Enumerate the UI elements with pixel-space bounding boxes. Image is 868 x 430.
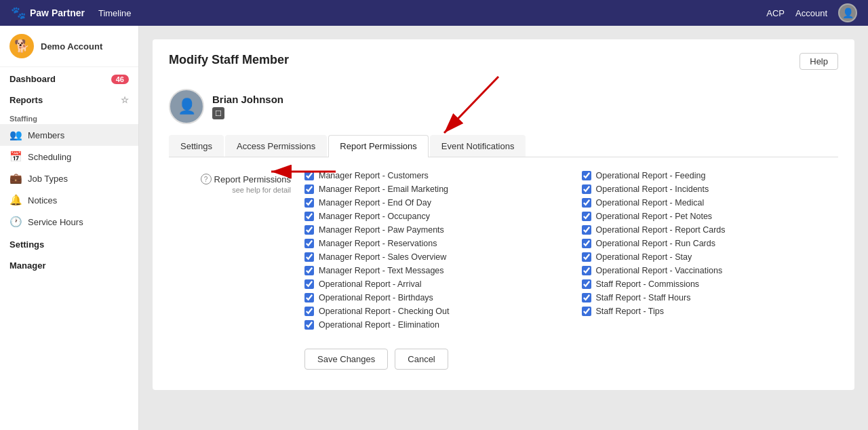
account-name: Demo Account <box>41 41 102 52</box>
checkbox-label: Operational Report - Stay <box>596 252 692 262</box>
checkbox-input[interactable] <box>304 307 314 316</box>
checkbox-item: Manager Report - Occupancy <box>304 212 561 221</box>
sidebar-item-job-types[interactable]: 💼 Job Types <box>0 168 138 189</box>
checkbox-item: Operational Report - Medical <box>582 198 839 208</box>
tab-event-notifications[interactable]: Event Notifications <box>430 135 526 157</box>
checkbox-input[interactable] <box>582 293 591 302</box>
account-link[interactable]: Account <box>795 8 827 18</box>
page-title: Modify Staff Member <box>169 53 289 67</box>
checkbox-input[interactable] <box>582 225 591 235</box>
checkbox-col-2: Operational Report - FeedingOperational … <box>582 171 839 330</box>
tabs-container: Settings Access Permissions Report Permi… <box>169 135 838 157</box>
checkbox-input[interactable] <box>582 212 591 221</box>
checkbox-label: Operational Report - Incidents <box>596 184 709 194</box>
checkbox-input[interactable] <box>304 239 314 248</box>
checkbox-item: Operational Report - Feeding <box>582 171 839 180</box>
report-label-sub: see help for detail <box>232 186 291 194</box>
checkbox-input[interactable] <box>304 225 314 235</box>
sidebar-item-settings[interactable]: Settings <box>0 233 138 254</box>
top-nav-right: ACP Account 👤 <box>766 3 857 22</box>
members-label: Members <box>28 130 64 140</box>
checkbox-item: Operational Report - Incidents <box>582 184 839 194</box>
timeline-link[interactable]: Timeline <box>98 8 132 18</box>
checkbox-label: Operational Report - Vaccinations <box>596 266 723 275</box>
checkbox-label: Manager Report - Paw Payments <box>319 225 444 235</box>
content-area: Modify Staff Member Help 👤 Brian Johnson… <box>139 26 868 430</box>
checkbox-input[interactable] <box>304 279 314 289</box>
checkbox-item: Manager Report - Paw Payments <box>304 225 561 235</box>
cancel-button[interactable]: Cancel <box>395 349 448 370</box>
checkbox-input[interactable] <box>582 171 591 180</box>
checkbox-label: Staff Report - Staff Hours <box>596 293 691 302</box>
content-card: Modify Staff Member Help 👤 Brian Johnson… <box>153 39 854 390</box>
checkbox-item: Operational Report - Report Cards <box>582 225 839 235</box>
save-button[interactable]: Save Changes <box>304 349 388 370</box>
sidebar-item-reports[interactable]: Reports ☆ <box>0 88 138 109</box>
checkbox-item: Manager Report - Reservations <box>304 239 561 248</box>
sidebar-item-scheduling[interactable]: 📅 Scheduling <box>0 146 138 168</box>
notices-label: Notices <box>28 195 57 206</box>
help-button[interactable]: Help <box>800 53 838 70</box>
checkbox-item: Staff Report - Commissions <box>582 279 839 289</box>
checkbox-label: Operational Report - Medical <box>596 198 705 208</box>
tab-settings[interactable]: Settings <box>169 135 224 157</box>
checkbox-label: Operational Report - Checking Out <box>319 307 449 316</box>
checkbox-item: Manager Report - Email Marketing <box>304 184 561 194</box>
tab-report-permissions[interactable]: Report Permissions <box>328 135 428 157</box>
sidebar-item-members[interactable]: 👥 Members <box>0 124 138 146</box>
sidebar: 🐕 Demo Account Dashboard 46 Reports ☆ St… <box>0 26 139 430</box>
checkbox-label: Manager Report - End Of Day <box>319 198 431 208</box>
staff-member-row: 👤 Brian Johnson ☐ <box>169 89 838 124</box>
checkbox-input[interactable] <box>582 198 591 208</box>
checkbox-label: Staff Report - Commissions <box>596 279 700 289</box>
checkbox-input[interactable] <box>304 293 314 302</box>
checkbox-label: Manager Report - Customers <box>319 171 429 180</box>
checkbox-label: Operational Report - Run Cards <box>596 239 715 248</box>
checkbox-input[interactable] <box>582 266 591 275</box>
checkbox-item: Operational Report - Stay <box>582 252 839 262</box>
checkbox-input[interactable] <box>304 212 314 221</box>
report-label-title: ? Report Permissions <box>201 174 291 184</box>
help-circle-icon[interactable]: ? <box>201 174 212 184</box>
checkbox-input[interactable] <box>582 239 591 248</box>
checkbox-input[interactable] <box>582 252 591 262</box>
checkbox-label: Operational Report - Elimination <box>319 320 439 330</box>
checkbox-input[interactable] <box>582 184 591 194</box>
checkbox-label: Manager Report - Occupancy <box>319 212 430 221</box>
checkbox-label: Operational Report - Birthdays <box>319 293 433 302</box>
brand-logo[interactable]: 🐾 Paw Partner <box>11 5 85 20</box>
checkbox-input[interactable] <box>304 252 314 262</box>
checkbox-input[interactable] <box>304 266 314 275</box>
user-avatar[interactable]: 👤 <box>838 3 857 22</box>
checkbox-input[interactable] <box>304 320 314 330</box>
sidebar-item-manager[interactable]: Manager <box>0 254 138 275</box>
brand-name: Paw Partner <box>30 7 85 18</box>
sidebar-item-notices[interactable]: 🔔 Notices <box>0 189 138 211</box>
checkbox-input[interactable] <box>304 184 314 194</box>
checkbox-input[interactable] <box>582 307 591 316</box>
checkbox-item: Manager Report - Customers <box>304 171 561 180</box>
checkbox-input[interactable] <box>582 279 591 289</box>
sidebar-item-service-hours[interactable]: 🕐 Service Hours <box>0 211 138 233</box>
checkbox-label: Manager Report - Text Messages <box>319 266 444 275</box>
manager-label: Manager <box>9 260 45 271</box>
sidebar-item-dashboard[interactable]: Dashboard 46 <box>0 67 138 88</box>
checkbox-input[interactable] <box>304 171 314 180</box>
checkbox-label: Operational Report - Report Cards <box>596 225 726 235</box>
checkbox-item: Operational Report - Vaccinations <box>582 266 839 275</box>
tab-access-permissions[interactable]: Access Permissions <box>225 135 327 157</box>
acp-link[interactable]: ACP <box>766 8 785 18</box>
checkbox-item: Operational Report - Birthdays <box>304 293 561 302</box>
service-hours-label: Service Hours <box>28 217 83 227</box>
dashboard-badge: 46 <box>111 75 129 84</box>
staff-badge: ☐ <box>212 107 224 119</box>
staffing-category: Staffing <box>0 109 138 124</box>
checkbox-input[interactable] <box>304 198 314 208</box>
members-icon: 👥 <box>9 129 22 141</box>
report-permissions-layout: ? Report Permissions see help for detail… <box>169 171 838 330</box>
checkbox-item: Operational Report - Arrival <box>304 279 561 289</box>
staff-name: Brian Johnson <box>212 94 283 105</box>
sidebar-account[interactable]: 🐕 Demo Account <box>0 26 138 67</box>
checkbox-label: Operational Report - Arrival <box>319 279 421 289</box>
scheduling-label: Scheduling <box>28 152 71 162</box>
